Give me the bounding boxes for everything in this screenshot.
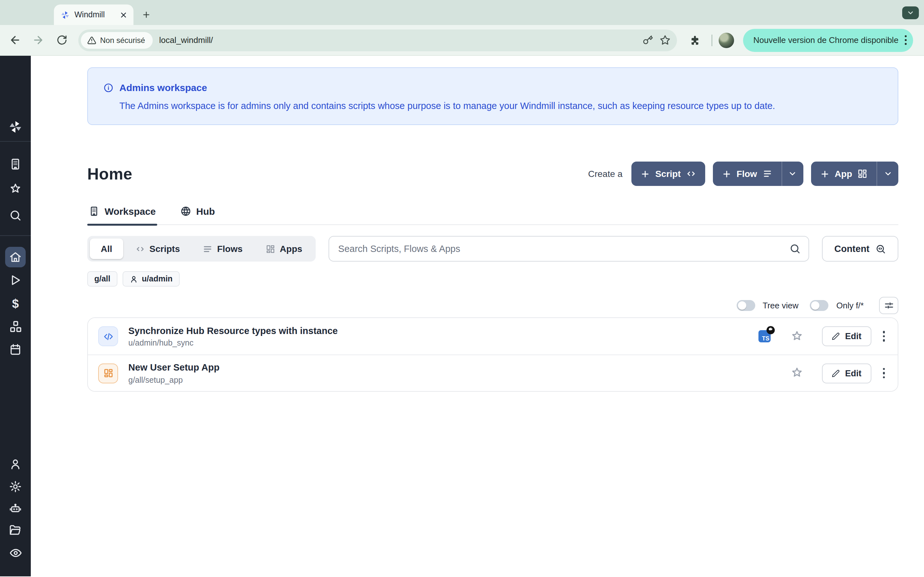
- app-sidebar: $: [0, 56, 31, 576]
- favorite-star-icon[interactable]: [790, 329, 804, 343]
- page-title: Home: [87, 164, 132, 183]
- only-f-toggle[interactable]: [810, 300, 829, 311]
- pencil-icon: [832, 369, 840, 377]
- app-type-icon: [98, 363, 118, 383]
- content-button[interactable]: Content: [822, 236, 898, 261]
- windmill-logo[interactable]: [0, 120, 31, 134]
- badge-g-all[interactable]: g/all: [87, 271, 118, 287]
- tree-view-label: Tree view: [762, 300, 798, 310]
- display-settings-button[interactable]: [879, 297, 898, 314]
- tab-workspace[interactable]: Workspace: [87, 206, 157, 224]
- sidebar-item-users[interactable]: [0, 458, 31, 471]
- create-app-button[interactable]: App: [811, 161, 877, 186]
- sidebar-divider-top: [0, 141, 31, 142]
- create-script-button[interactable]: Script: [632, 161, 705, 186]
- create-a-label: Create a: [588, 169, 622, 179]
- list-item-app[interactable]: New User Setup App g/all/setup_app Edit: [88, 355, 898, 391]
- user-icon: [129, 275, 138, 283]
- item-path: u/admin/hub_sync: [128, 338, 338, 348]
- search-input[interactable]: [338, 243, 789, 254]
- type-filter-segmented: All Scripts Flows: [87, 236, 316, 261]
- globe-icon: [180, 206, 191, 217]
- sidebar-item-audit-logs[interactable]: [0, 546, 31, 560]
- sidebar-item-home[interactable]: [0, 251, 31, 263]
- sidebar-item-variables[interactable]: $: [0, 297, 31, 311]
- create-app-dropdown[interactable]: [877, 161, 898, 186]
- item-menu-icon[interactable]: [880, 366, 887, 381]
- admins-workspace-banner: Admins workspace The Admins workspace is…: [87, 67, 898, 125]
- banner-body: The Admins workspace is for admins only …: [120, 101, 882, 111]
- main-content: Admins workspace The Admins workspace is…: [31, 56, 924, 576]
- item-menu-icon[interactable]: [880, 329, 887, 344]
- only-f-label: Only f/*: [837, 300, 864, 310]
- search-icon: [789, 243, 801, 255]
- pencil-icon: [832, 332, 840, 340]
- script-type-icon: [98, 326, 118, 346]
- security-chip[interactable]: Non sécurisé: [81, 32, 153, 48]
- sidebar-item-workspace[interactable]: [0, 158, 31, 171]
- sidebar-item-runs[interactable]: [0, 274, 31, 287]
- chrome-update-button[interactable]: Nouvelle version de Chrome disponible: [743, 29, 913, 52]
- filter-all[interactable]: All: [90, 239, 123, 259]
- deno-icon: [766, 326, 775, 335]
- search-box[interactable]: [328, 236, 809, 261]
- tab-close-icon[interactable]: [118, 10, 128, 20]
- create-flow-dropdown[interactable]: [782, 161, 803, 186]
- tab-search-button[interactable]: [902, 6, 919, 19]
- browser-toolbar: Non sécurisé local_windmill/ Nouvelle ve…: [0, 25, 924, 56]
- reload-button[interactable]: [52, 31, 71, 50]
- tab-hub[interactable]: Hub: [179, 206, 216, 224]
- new-tab-button[interactable]: [139, 7, 154, 23]
- badge-u-admin[interactable]: u/admin: [123, 271, 180, 287]
- sidebar-divider-mid: [0, 235, 31, 236]
- content-search-icon: [875, 243, 886, 254]
- items-list: Synchronize Hub Resource types with inst…: [87, 318, 898, 392]
- flow-list-icon: [203, 244, 213, 253]
- filter-flows[interactable]: Flows: [192, 239, 254, 259]
- sidebar-item-settings[interactable]: [0, 480, 31, 493]
- chrome-update-label: Nouvelle version de Chrome disponible: [753, 35, 898, 45]
- banner-title: Admins workspace: [120, 82, 207, 93]
- browser-menu-icon[interactable]: [905, 35, 907, 45]
- sidebar-item-resources[interactable]: [0, 320, 31, 334]
- favorite-star-icon[interactable]: [790, 366, 804, 380]
- password-key-icon[interactable]: [642, 35, 653, 45]
- item-title[interactable]: New User Setup App: [128, 362, 220, 374]
- screen: Windmill Non sécurisé: [0, 0, 924, 577]
- edit-button[interactable]: Edit: [822, 326, 871, 346]
- info-icon: [103, 82, 113, 93]
- browser-tab[interactable]: Windmill: [54, 5, 134, 25]
- building-icon: [89, 206, 99, 217]
- browser-tab-bar: Windmill: [0, 0, 924, 25]
- filter-apps[interactable]: Apps: [255, 239, 313, 259]
- profile-avatar[interactable]: [719, 32, 734, 48]
- address-bar[interactable]: Non sécurisé local_windmill/: [78, 29, 677, 51]
- security-label: Non sécurisé: [100, 35, 145, 45]
- windmill-favicon-icon: [60, 10, 70, 19]
- item-path: g/all/setup_app: [128, 376, 220, 384]
- sidebar-item-search[interactable]: [0, 209, 31, 222]
- url-text[interactable]: local_windmill/: [159, 35, 636, 45]
- workspace-hub-tabs: Workspace Hub: [87, 206, 898, 225]
- extensions-icon[interactable]: [686, 31, 704, 49]
- bookmark-star-icon[interactable]: [660, 35, 670, 45]
- forward-button[interactable]: [28, 31, 47, 50]
- warning-icon: [87, 35, 96, 45]
- item-title[interactable]: Synchronize Hub Resource types with inst…: [128, 325, 338, 337]
- sidebar-item-favorites[interactable]: [0, 183, 31, 195]
- sidebar-item-schedules[interactable]: [0, 343, 31, 356]
- toolbar-divider: [712, 34, 712, 46]
- create-flow-button[interactable]: Flow: [713, 161, 782, 186]
- tree-view-toggle[interactable]: [736, 300, 755, 311]
- typescript-badge: TS: [758, 330, 771, 342]
- code-icon: [136, 244, 145, 253]
- filter-scripts[interactable]: Scripts: [124, 239, 191, 259]
- back-button[interactable]: [5, 31, 24, 50]
- tab-title: Windmill: [74, 10, 113, 19]
- sidebar-item-folders[interactable]: [0, 524, 31, 537]
- sidebar-item-workers[interactable]: [0, 502, 31, 515]
- list-item-script[interactable]: Synchronize Hub Resource types with inst…: [88, 318, 898, 355]
- layout-grid-icon: [266, 244, 275, 253]
- edit-button[interactable]: Edit: [822, 363, 871, 383]
